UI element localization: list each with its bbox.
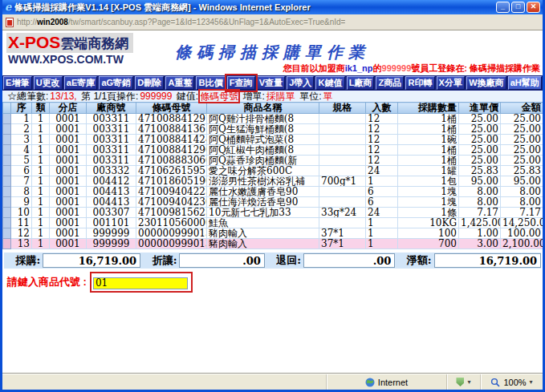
table-cell: 25.00 [501,135,543,145]
table-row[interactable]: 1010001003307471009815625610元新七七乳加3333g*… [3,208,543,218]
toolbar-button-2[interactable]: aE寄庫 [64,76,98,90]
table-cell: 1 [32,114,50,124]
table-cell: 700g*1 [319,176,366,187]
table-cell: 24 [366,166,398,176]
browser-window: e 條碼掃描採購作業V1.14 [X-POS 雲端商務網] - Windows … [0,0,545,392]
minimize-button[interactable]: _ [496,2,510,13]
row-selector[interactable] [3,135,11,145]
table-row[interactable]: 7100010044124710186051906澎澎男性茶樹沐浴乳補700g*… [3,176,543,187]
row-selector[interactable] [3,145,11,156]
table-cell: 25.00 [501,114,543,124]
table-cell: 6 [11,166,32,176]
toolbar-button-6[interactable]: B比價 [196,76,225,90]
table-cell: 25.00 [459,124,501,135]
row-selector[interactable] [3,124,11,135]
table-cell: 95.00 [459,176,501,187]
toolbar-button-12[interactable]: Z商品 [376,76,404,90]
login-mid: 的 [373,63,382,73]
table-cell: 10 [11,208,32,218]
table-row[interactable]: 8100010044134710094042256麗仕水嫩護膚香皂9061塊8.… [3,187,543,197]
statusbar: Internet ▾ 100% ▾ [2,374,543,390]
table-cell: 8.00 [501,187,543,197]
table-row[interactable]: 9100010044134710094042300麗仕海洋煥活香皂9061塊8.… [3,197,543,208]
toolbar-button-0[interactable]: E增筆 [3,76,32,90]
table-cell: 12 [366,124,398,135]
column-header: 條碼母號 [136,103,207,114]
product-code-input[interactable] [93,277,188,289]
row-selector[interactable] [3,228,11,239]
row-selector[interactable] [3,197,11,208]
table-cell: 12 [366,135,398,145]
table-row[interactable]: 11100010011012301105600002鮭魚110KG1,425.0… [3,218,543,228]
row-selector[interactable] [3,187,11,197]
toolbar-button-14[interactable]: X分單 [437,76,466,90]
table-cell: 25.00 [501,156,543,166]
table-cell: 6 [366,187,398,197]
table-cell: 1 [366,176,398,187]
table-cell: 0001 [50,208,87,218]
row-selector[interactable] [3,208,11,218]
table-cell [319,197,366,208]
toolbar-button-16[interactable]: aH幫助 [508,76,542,90]
key-label: 鍵值: [177,91,198,102]
table-row[interactable]: 5100010033114710088830661阿Q蒜香珍肉桶麵(新121桶2… [3,156,543,166]
table-cell: 4710098156256 [136,208,207,218]
table-cell: 4710088413611 [136,124,207,135]
toolbar-button-10[interactable]: K鍵值 [315,76,344,90]
toolbar-button-8[interactable]: V查量 [257,76,286,90]
table-cell: 24 [366,208,398,218]
table-row[interactable]: 3100010033114710088414243阿Q桶麵韓式泡菜(8121碗2… [3,135,543,145]
table-cell: 13 [11,239,32,249]
url-host: win2008 [37,18,68,26]
table-cell: 12 [366,156,398,166]
table-cell [319,166,366,176]
row-selector[interactable] [3,239,11,249]
row-selector[interactable] [3,218,11,228]
logo-website: WWW.XPOS.COM.TW [6,53,133,66]
protected-mode-panel[interactable]: ▾ [446,374,480,390]
toolbar-button-5[interactable]: A重整 [165,76,194,90]
close-button[interactable]: ✕ [527,2,540,13]
toolbar-button-9[interactable]: J帶入 [287,76,314,90]
table-cell: 阿Q紅椒牛肉桶麵(8 [207,145,319,156]
zoom-control[interactable]: 100% ▾ [480,374,543,390]
table-cell: 0001 [50,114,87,124]
maximize-button[interactable]: □ [511,2,525,13]
toolbar-button-1[interactable]: U更改 [34,76,63,90]
address-bar[interactable]: http://win2008/tw/smart/scanbuy.asp?Page… [2,14,543,30]
table-cell: 1 [366,218,398,228]
toolbar-button-3[interactable]: aG寄銷 [99,76,133,90]
table-cell: 7 [11,176,32,187]
login-suffix: 號員工登錄在: [411,63,470,73]
table-cell: 1 [32,187,50,197]
table-row[interactable]: 2100010033114710088413611阿Q生猛海鮮桶麵(8121桶2… [3,124,543,135]
row-selector[interactable] [3,114,11,124]
toolbar-button-15[interactable]: W換廠商 [466,76,506,90]
toolbar-button-11[interactable]: L廠商 [347,76,375,90]
url-text[interactable]: http://win2008/tw/smart/scanbuy.asp?Page… [17,18,345,26]
table-cell: 8.00 [501,197,543,208]
row-selector[interactable] [3,156,11,166]
row-selector[interactable] [3,176,11,187]
table-row[interactable]: 6100010033324710626159513愛之味分解茶600C241罐2… [3,166,543,176]
toolbar-button-4[interactable]: D刪除 [135,76,164,90]
table-row[interactable]: 1100010033114710088412973阿Q雞汁排骨桶麵(8121桶2… [3,114,543,124]
total-count-value: 13/13, [50,91,76,102]
table-cell: 0001 [50,145,87,156]
table-cell [319,187,366,197]
return-label: 退回: [265,253,303,268]
table-row[interactable]: 4100010033114710088412966阿Q紅椒牛肉桶麵(8121桶2… [3,145,543,156]
table-cell: 1 [366,228,398,239]
login-status: 您目前以加盟商ik1_np的999999號員工登錄在: 條碼掃描採購作業 [283,63,540,75]
table-row[interactable]: 12100019999990000009990135豬肉輸入37*111001.… [3,228,543,239]
toolbar-button-7[interactable]: F查詢 [227,76,255,90]
toolbar-button-13[interactable]: R印轉 [405,76,434,90]
login-employee-id: 999999 [382,63,412,73]
table-row[interactable]: 13100019999990000009990135豬肉輸入37*117003.… [3,239,543,249]
page-title: 條碼掃描採購單作業 [175,42,370,63]
table-cell: 1 [366,239,398,249]
table-cell: 4710088414243 [136,135,207,145]
table-cell: 0001 [50,239,87,249]
row-selector[interactable] [3,166,11,176]
table-cell: 4710094042256 [136,187,207,197]
